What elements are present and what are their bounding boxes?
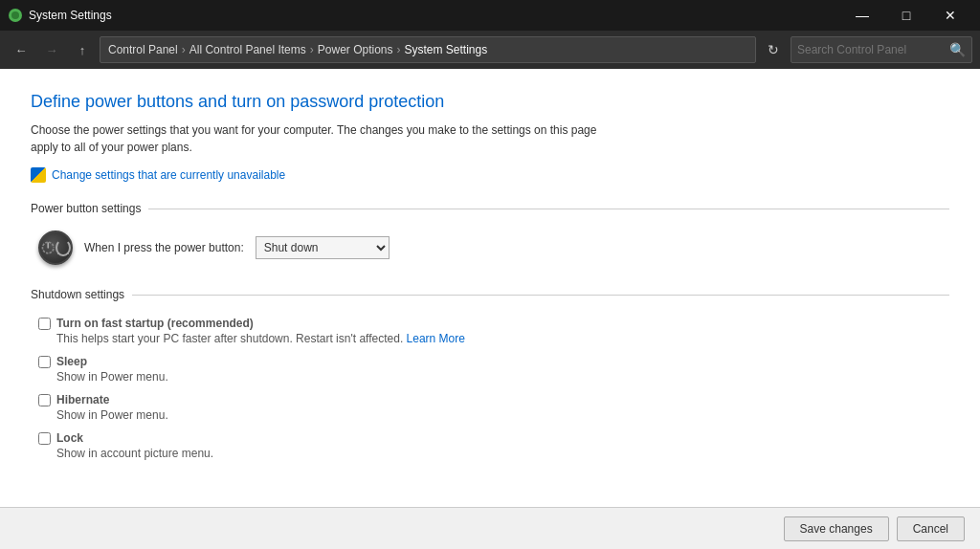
lock-row: Lock [38,431,949,445]
hibernate-item: Hibernate Show in Power menu. [31,393,949,422]
shutdown-section-header: Shutdown settings [31,288,949,301]
hibernate-desc: Show in Power menu. [38,408,949,422]
search-input[interactable] [797,43,949,56]
learn-more-link[interactable]: Learn More [407,332,465,345]
shield-icon [31,167,46,183]
lock-label[interactable]: Lock [56,431,83,445]
fast-startup-desc: This helps start your PC faster after sh… [38,332,949,345]
sleep-desc: Show in Power menu. [38,370,949,384]
main-content: Define power buttons and turn on passwor… [0,69,980,507]
sleep-label[interactable]: Sleep [56,355,87,368]
fast-startup-checkbox[interactable] [38,318,51,330]
sleep-item: Sleep Show in Power menu. [31,355,949,384]
sleep-checkbox[interactable] [38,356,51,368]
change-settings-link[interactable]: Change settings that are currently unava… [52,168,285,182]
close-button[interactable]: ✕ [928,0,972,31]
path-segment-2: All Control Panel Items [189,43,306,56]
address-path[interactable]: Control Panel › All Control Panel Items … [100,36,756,63]
address-bar: ← → ↑ Control Panel › All Control Panel … [0,31,980,69]
path-segment-3: Power Options [318,43,393,56]
page-description: Choose the power settings that you want … [31,121,605,156]
power-button-section-label: Power button settings [31,202,141,215]
search-button[interactable]: 🔍 [949,42,966,57]
refresh-button[interactable]: ↻ [760,36,787,63]
lock-checkbox[interactable] [38,432,51,445]
power-button-label: When I press the power button: [84,241,244,254]
change-settings-row: Change settings that are currently unava… [31,167,949,183]
path-segment-1: Control Panel [108,43,178,56]
page-title: Define power buttons and turn on passwor… [31,92,949,112]
app-icon [8,8,23,23]
power-button-section-header: Power button settings [31,202,949,215]
sleep-row: Sleep [38,355,949,368]
power-button-icon [38,231,73,265]
power-button-row: When I press the power button: Do nothin… [31,231,949,265]
window-title: System Settings [29,9,840,22]
minimize-button[interactable]: — [840,0,884,31]
fast-startup-item: Turn on fast startup (recommended) This … [31,317,949,345]
divider [148,209,949,209]
lock-desc: Show in account picture menu. [38,447,949,460]
path-segment-4: System Settings [404,43,487,56]
up-button[interactable]: ↑ [69,36,96,63]
fast-startup-row: Turn on fast startup (recommended) [38,317,949,330]
bottom-bar: Save changes Cancel [0,507,980,549]
fast-startup-label[interactable]: Turn on fast startup (recommended) [56,317,254,330]
back-button[interactable]: ← [8,36,34,63]
hibernate-row: Hibernate [38,393,949,406]
shutdown-section-label: Shutdown settings [31,288,124,301]
shutdown-divider [132,295,949,296]
title-bar: System Settings — □ ✕ [0,0,980,31]
svg-point-1 [11,11,19,19]
forward-button[interactable]: → [38,36,65,63]
hibernate-checkbox[interactable] [38,394,51,406]
save-changes-button[interactable]: Save changes [784,516,889,541]
maximize-button[interactable]: □ [884,0,928,31]
cancel-button[interactable]: Cancel [897,516,965,541]
lock-item: Lock Show in account picture menu. [31,431,949,460]
hibernate-label[interactable]: Hibernate [56,393,109,406]
window-controls: — □ ✕ [840,0,972,31]
power-button-dropdown[interactable]: Do nothing Sleep Hibernate Shut down Tur… [256,236,390,259]
search-box: 🔍 [791,36,972,63]
